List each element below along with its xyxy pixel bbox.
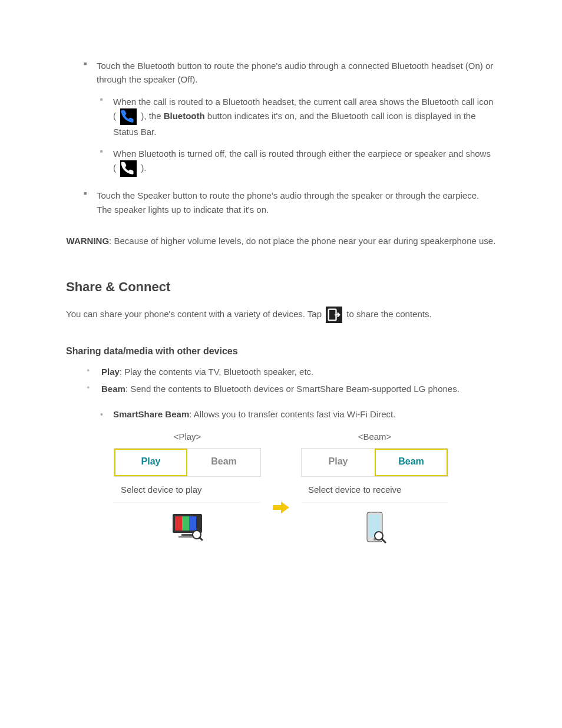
label: Beam <box>101 384 125 394</box>
call-icon-dark <box>120 160 137 177</box>
svg-rect-4 <box>189 516 196 531</box>
device-phone-icon <box>301 503 448 550</box>
bold-word: Bluetooth <box>164 111 205 121</box>
bullet-bluetooth-off: When Bluetooth is turned off, the call i… <box>66 147 496 177</box>
bluetooth-call-icon-blue <box>120 108 137 125</box>
text: button indicates it's on, and the <box>207 111 329 121</box>
text: to share the contents. <box>346 309 431 319</box>
panel-subtext: Select device to receive <box>301 477 448 503</box>
warning-text: : Because of higher volume levels, do no… <box>109 236 495 246</box>
tab-play[interactable]: Play <box>114 449 187 476</box>
svg-rect-3 <box>182 516 189 531</box>
section-heading-share-connect: Share & Connect <box>66 277 496 297</box>
text: : Play the contents via TV, Bluetooth sp… <box>120 367 313 377</box>
subheading-sharing-data: Sharing data/media with other devices <box>66 344 496 359</box>
tab-beam[interactable]: Beam <box>187 449 260 476</box>
text: You can share your phone's content with … <box>66 309 324 319</box>
play-beam-figure: <Play> Play Beam Select device to play <box>66 430 496 551</box>
svg-rect-2 <box>175 516 182 531</box>
text: : Send the contents to Bluetooth devices… <box>125 384 459 394</box>
label: SmartShare Beam <box>113 409 189 419</box>
label: Play <box>101 367 120 377</box>
panel-title: <Play> <box>114 430 261 443</box>
svg-rect-5 <box>181 534 193 536</box>
text: ). <box>141 163 146 173</box>
play-panel: <Play> Play Beam Select device to play <box>114 430 261 545</box>
bullet-play: Play: Play the contents via TV, Bluetoot… <box>66 365 496 378</box>
warning-label: WARNING <box>67 236 110 246</box>
svg-marker-9 <box>273 502 289 513</box>
bullet-smartshare-beam: SmartShare Beam: Allows you to transfer … <box>66 407 496 421</box>
panel-subtext: Select device to play <box>114 477 261 503</box>
tab-beam[interactable]: Beam <box>375 449 448 476</box>
bullet-bluetooth-toggle: Touch the Bluetooth button to route the … <box>66 59 496 87</box>
tabs: Play Beam <box>301 448 448 477</box>
panel-title: <Beam> <box>301 430 448 443</box>
svg-line-8 <box>199 537 203 541</box>
text: When Bluetooth is turned off, the call i… <box>113 149 491 173</box>
text: Touch the Bluetooth button to route the … <box>97 61 493 84</box>
bullet-beam: Beam: Send the contents to Bluetooth dev… <box>66 382 496 396</box>
warning-note: WARNING: Because of higher volume levels… <box>66 234 496 248</box>
beam-panel: <Beam> Play Beam Select device to receiv… <box>301 430 448 551</box>
tabs: Play Beam <box>114 448 261 477</box>
text: ), the <box>141 111 163 121</box>
bullet-speaker-toggle: Touch the Speaker button to route the ph… <box>66 189 496 216</box>
text: Touch the Speaker button to route the ph… <box>97 190 479 214</box>
share-icon <box>326 307 342 323</box>
device-tv-icon <box>114 503 261 544</box>
share-intro: You can share your phone's content with … <box>66 307 496 323</box>
arrow-icon <box>273 502 289 513</box>
tab-play[interactable]: Play <box>302 449 375 476</box>
bullet-bluetooth-on: When the call is routed to a Bluetooth h… <box>66 95 496 139</box>
text: : Allows you to transfer contents fast v… <box>189 409 395 419</box>
